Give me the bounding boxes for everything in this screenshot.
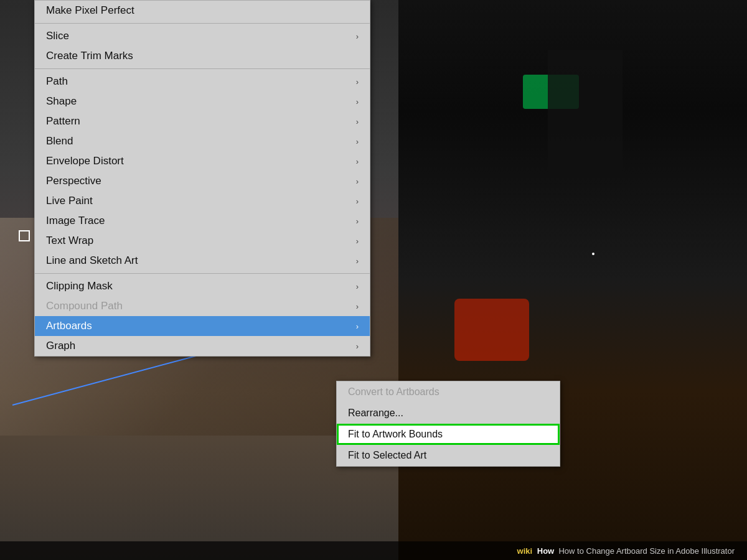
menu-item-live-paint[interactable]: Live Paint › [35, 191, 370, 211]
arrow-icon-compound-path: › [356, 302, 359, 311]
menu-divider-1 [35, 23, 370, 24]
arrow-icon-clipping-mask: › [356, 282, 359, 291]
arrow-icon-path: › [356, 77, 359, 86]
menu-item-line-and-sketch-art[interactable]: Line and Sketch Art › [35, 251, 370, 271]
arrow-icon-shape: › [356, 97, 359, 106]
artboard-indicator [19, 230, 30, 241]
menu-label-line-and-sketch-art: Line and Sketch Art [46, 254, 138, 267]
menu-item-create-trim-marks[interactable]: Create Trim Marks [35, 46, 370, 66]
menu-item-graph[interactable]: Graph › [35, 336, 370, 356]
arrow-icon-perspective: › [356, 177, 359, 186]
dark-monitor [548, 50, 622, 174]
arrow-icon-artboards: › [356, 322, 359, 331]
menu-label-graph: Graph [46, 340, 75, 352]
white-dot [592, 253, 594, 255]
menu-label-compound-path: Compound Path [46, 300, 123, 312]
wikihow-article-title: How to Change Artboard Size in Adobe Ill… [558, 546, 735, 556]
submenu-item-fit-to-artwork-bounds[interactable]: Fit to Artwork Bounds [337, 424, 560, 445]
menu-item-envelope-distort[interactable]: Envelope Distort › [35, 151, 370, 171]
wikihow-logo: wiki [517, 546, 533, 556]
menu-divider-2 [35, 68, 370, 69]
submenu-item-fit-to-selected-art[interactable]: Fit to Selected Art [337, 445, 560, 466]
menu-label-path: Path [46, 75, 68, 88]
menu-label-clipping-mask: Clipping Mask [46, 280, 113, 292]
arrow-icon-blend: › [356, 137, 359, 146]
context-menu: Make Pixel Perfect Slice › Create Trim M… [34, 0, 370, 357]
wikihow-bar: wiki How How to Change Artboard Size in … [0, 541, 747, 560]
menu-item-clipping-mask[interactable]: Clipping Mask › [35, 276, 370, 296]
menu-label-image-trace: Image Trace [46, 215, 105, 227]
wikihow-how: How [537, 546, 554, 556]
submenu-label-convert-to-artboards: Convert to Artboards [348, 386, 439, 398]
red-shape [454, 299, 529, 361]
menu-item-artboards[interactable]: Artboards › [35, 316, 370, 336]
menu-item-path[interactable]: Path › [35, 72, 370, 91]
menu-item-compound-path[interactable]: Compound Path › [35, 296, 370, 316]
menu-label-artboards: Artboards [46, 320, 92, 332]
menu-divider-3 [35, 273, 370, 274]
arrow-icon-graph: › [356, 342, 359, 351]
submenu-label-rearrange: Rearrange... [348, 408, 403, 419]
arrow-icon-line-and-sketch-art: › [356, 256, 359, 266]
menu-item-image-trace[interactable]: Image Trace › [35, 211, 370, 231]
menu-label-pattern: Pattern [46, 115, 80, 128]
menu-item-perspective[interactable]: Perspective › [35, 171, 370, 191]
arrow-icon-live-paint: › [356, 197, 359, 206]
arrow-icon-envelope-distort: › [356, 157, 359, 166]
arrow-icon-image-trace: › [356, 217, 359, 226]
menu-label-make-pixel-perfect: Make Pixel Perfect [46, 4, 134, 17]
arrow-icon-text-wrap: › [356, 236, 359, 246]
menu-label-perspective: Perspective [46, 175, 101, 187]
submenu-item-convert-to-artboards[interactable]: Convert to Artboards [337, 381, 560, 403]
menu-item-pattern[interactable]: Pattern › [35, 111, 370, 131]
menu-label-slice: Slice [46, 30, 69, 42]
menu-item-slice[interactable]: Slice › [35, 26, 370, 46]
submenu-item-rearrange[interactable]: Rearrange... [337, 403, 560, 424]
menu-item-shape[interactable]: Shape › [35, 91, 370, 111]
submenu-label-fit-to-selected-art: Fit to Selected Art [348, 450, 426, 461]
menu-label-blend: Blend [46, 135, 73, 147]
menu-item-make-pixel-perfect[interactable]: Make Pixel Perfect [35, 1, 370, 21]
menu-label-text-wrap: Text Wrap [46, 235, 93, 247]
menu-label-shape: Shape [46, 95, 77, 108]
submenu-label-fit-to-artwork-bounds: Fit to Artwork Bounds [348, 429, 443, 440]
menu-label-envelope-distort: Envelope Distort [46, 155, 124, 167]
menu-label-create-trim-marks: Create Trim Marks [46, 50, 133, 62]
arrow-icon-slice: › [356, 32, 359, 41]
menu-label-live-paint: Live Paint [46, 195, 93, 207]
arrow-icon-pattern: › [356, 117, 359, 126]
menu-item-blend[interactable]: Blend › [35, 131, 370, 151]
menu-item-text-wrap[interactable]: Text Wrap › [35, 231, 370, 251]
wikihow-text: wiki How How to Change Artboard Size in … [517, 546, 735, 556]
submenu-artboards: Convert to Artboards Rearrange... Fit to… [336, 381, 560, 467]
